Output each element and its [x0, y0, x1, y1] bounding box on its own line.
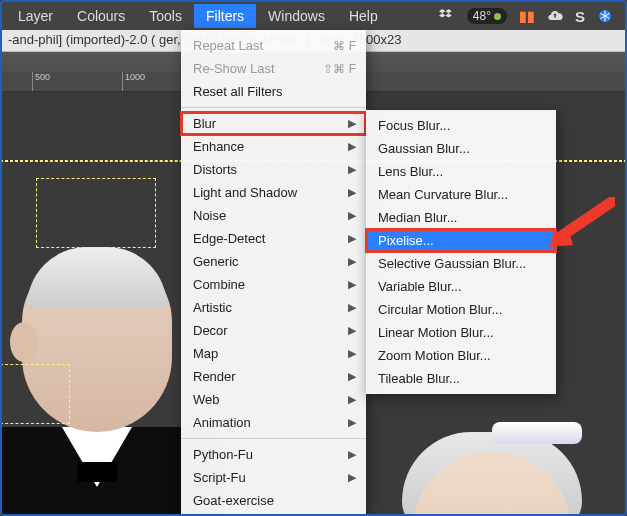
- blur-submenu: Focus Blur... Gaussian Blur... Lens Blur…: [366, 110, 556, 394]
- selection-rect: [36, 178, 156, 248]
- image-content-person-right: [352, 412, 627, 516]
- menubar: Layer Colours Tools Filters Windows Help…: [2, 2, 625, 30]
- menu-item-web[interactable]: Web▶: [181, 388, 366, 411]
- submenu-item-median-blur[interactable]: Median Blur...: [366, 206, 556, 229]
- menu-tools[interactable]: Tools: [137, 4, 194, 28]
- menu-item-noise[interactable]: Noise▶: [181, 204, 366, 227]
- temperature-value: 48°: [473, 9, 491, 23]
- menu-item-python-fu[interactable]: Python-Fu▶: [181, 443, 366, 466]
- menu-item-enhance[interactable]: Enhance▶: [181, 135, 366, 158]
- menu-item-map[interactable]: Map▶: [181, 342, 366, 365]
- submenu-item-gaussian-blur[interactable]: Gaussian Blur...: [366, 137, 556, 160]
- submenu-item-mean-curvature-blur[interactable]: Mean Curvature Blur...: [366, 183, 556, 206]
- menu-item-animation[interactable]: Animation▶: [181, 411, 366, 434]
- menu-item-reset-all-filters[interactable]: Reset all Filters: [181, 80, 366, 103]
- menu-item-reshow-last: Re-Show Last⇧⌘ F: [181, 57, 366, 80]
- menu-item-edge-detect[interactable]: Edge-Detect▶: [181, 227, 366, 250]
- submenu-item-variable-blur[interactable]: Variable Blur...: [366, 275, 556, 298]
- menu-item-generic[interactable]: Generic▶: [181, 250, 366, 273]
- menu-item-render[interactable]: Render▶: [181, 365, 366, 388]
- ruler-mark: 500: [32, 72, 50, 91]
- menu-filters[interactable]: Filters: [194, 4, 256, 28]
- menu-item-artistic[interactable]: Artistic▶: [181, 296, 366, 319]
- cloud-upload-icon[interactable]: [547, 8, 563, 24]
- submenu-item-lens-blur[interactable]: Lens Blur...: [366, 160, 556, 183]
- pause-icon[interactable]: ▮▮: [519, 8, 535, 24]
- snowflake-icon[interactable]: [597, 8, 613, 24]
- submenu-item-linear-motion-blur[interactable]: Linear Motion Blur...: [366, 321, 556, 344]
- menu-separator: [181, 438, 366, 439]
- menu-help[interactable]: Help: [337, 4, 390, 28]
- dropbox-icon[interactable]: [439, 8, 455, 24]
- selection-rect: [0, 364, 70, 424]
- annotation-arrow: [545, 197, 615, 252]
- submenu-item-tileable-blur[interactable]: Tileable Blur...: [366, 367, 556, 390]
- submenu-item-pixelise[interactable]: Pixelise...: [366, 229, 556, 252]
- menu-windows[interactable]: Windows: [256, 4, 337, 28]
- temperature-badge[interactable]: 48°: [467, 8, 507, 24]
- filters-dropdown: Repeat Last⌘ F Re-Show Last⇧⌘ F Reset al…: [181, 30, 366, 516]
- menu-item-distorts[interactable]: Distorts▶: [181, 158, 366, 181]
- chevron-right-icon: ▶: [348, 117, 356, 130]
- menu-colours[interactable]: Colours: [65, 4, 137, 28]
- submenu-item-zoom-motion-blur[interactable]: Zoom Motion Blur...: [366, 344, 556, 367]
- s-icon[interactable]: S: [575, 8, 585, 25]
- submenu-item-focus-blur[interactable]: Focus Blur...: [366, 114, 556, 137]
- menu-item-light-and-shadow[interactable]: Light and Shadow▶: [181, 181, 366, 204]
- menu-item-combine[interactable]: Combine▶: [181, 273, 366, 296]
- menu-separator: [181, 107, 366, 108]
- ruler-mark: 1000: [122, 72, 145, 91]
- menu-item-blur[interactable]: Blur▶: [181, 112, 366, 135]
- system-tray: 48° ▮▮ S: [439, 8, 621, 25]
- submenu-item-circular-motion-blur[interactable]: Circular Motion Blur...: [366, 298, 556, 321]
- submenu-item-selective-gaussian-blur[interactable]: Selective Gaussian Blur...: [366, 252, 556, 275]
- menu-item-script-fu[interactable]: Script-Fu▶: [181, 466, 366, 489]
- menu-layer[interactable]: Layer: [6, 4, 65, 28]
- menu-item-goat-exercise[interactable]: Goat-exercise: [181, 489, 366, 512]
- menu-item-repeat-last: Repeat Last⌘ F: [181, 34, 366, 57]
- menu-item-decor[interactable]: Decor▶: [181, 319, 366, 342]
